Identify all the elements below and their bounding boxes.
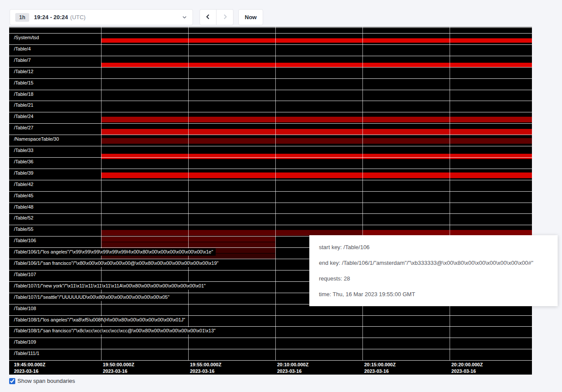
- heatmap-row-label: /Table/55: [9, 226, 36, 233]
- heatmap-row-label: /Table/106/1/"los angeles"/"\x99\x99\x99…: [9, 248, 216, 256]
- show-span-boundaries-label: Show span boundaries: [17, 378, 75, 384]
- span-boundary-line: [9, 146, 532, 146]
- tick-date: 2023-03-16: [14, 368, 45, 375]
- heatmap-row-label: /Table/12: [9, 68, 36, 75]
- chevron-right-icon: [222, 14, 228, 21]
- heatmap-activity-band[interactable]: [101, 129, 532, 135]
- heatmap-row-label: /Table/4: [9, 45, 34, 53]
- tick-date: 2023-03-16: [190, 368, 221, 375]
- chevron-left-icon: [205, 14, 211, 21]
- heatmap-row-label: /Table/24: [9, 113, 36, 120]
- heatmap-row-label: /Table/108: [9, 305, 39, 312]
- span-boundary-line: [9, 112, 532, 112]
- time-gridline: [101, 27, 102, 360]
- heatmap-row-label: /Table/7: [9, 57, 34, 64]
- now-button[interactable]: Now: [238, 9, 263, 25]
- span-boundary-line: [9, 67, 532, 68]
- heatmap-row-label: /Table/48: [9, 203, 36, 211]
- span-boundary-line: [9, 90, 532, 90]
- time-axis-tick: 20:15:00.000Z2023-03-16: [364, 362, 396, 375]
- heatmap-row-label: /Table/36: [9, 158, 36, 166]
- span-boundary-line: [9, 33, 532, 34]
- time-range-selector[interactable]: 1h 19:24 - 20:24 (UTC): [10, 9, 193, 25]
- tick-date: 2023-03-16: [364, 368, 396, 375]
- tick-time: 20:10:00.000Z: [277, 362, 308, 368]
- tick-time: 20:15:00.000Z: [364, 362, 396, 368]
- show-span-boundaries-checkbox[interactable]: [9, 378, 15, 384]
- time-gridline: [450, 27, 450, 360]
- heatmap-row-label: /Table/21: [9, 101, 36, 109]
- prev-range-button[interactable]: [200, 9, 217, 25]
- range-label: 19:24 - 20:24: [34, 14, 68, 20]
- span-boundary-line: [9, 349, 532, 349]
- span-boundary-line: [9, 56, 532, 56]
- heatmap-activity-band[interactable]: [101, 172, 532, 178]
- heatmap-row-label: /NamespaceTable/30: [9, 135, 61, 143]
- span-boundary-line: [9, 157, 532, 158]
- tick-time: 19:50:00.000Z: [103, 362, 134, 368]
- span-boundary-line: [9, 203, 532, 203]
- heatmap-row-label: /Table/45: [9, 192, 36, 199]
- heatmap-row-label: /Table/107/1/"new york"/"\x11\x11\x11\x1…: [9, 282, 208, 290]
- span-boundary-line: [9, 123, 532, 124]
- tick-date: 2023-03-16: [277, 368, 308, 375]
- next-range-button[interactable]: [217, 9, 234, 25]
- tick-time: 19:55:00.000Z: [190, 362, 221, 368]
- heatmap-row-label: /Table/107: [9, 271, 39, 278]
- span-boundary-line: [9, 78, 532, 79]
- heatmap-row-label: /Table/42: [9, 181, 36, 188]
- span-boundary-line: [9, 180, 532, 180]
- heatmap-row-label: /System/tsd: [9, 34, 41, 41]
- span-boundary-line: [9, 135, 532, 135]
- heatmap-row-label: /Table/106/1/"san francisco"/"\x80\x00\x…: [9, 260, 221, 267]
- hover-tooltip: start key: /Table/106 end key: /Table/10…: [309, 235, 558, 306]
- time-axis-tick: 19:45:00.000Z2023-03-16: [14, 362, 45, 375]
- key-visualizer-canvas[interactable]: /System/tsd/Table/4/Table/7/Table/12/Tab…: [9, 27, 532, 375]
- time-axis-tick: 19:50:00.000Z2023-03-16: [103, 362, 134, 375]
- range-timezone: (UTC): [70, 14, 85, 20]
- heatmap-row-label: /Table/109: [9, 338, 39, 346]
- heatmap-row-label: /Table/33: [9, 147, 36, 154]
- heatmap-row-label: /Table/108/1/"san francisco"/"\x8c\xcc\x…: [9, 327, 218, 335]
- time-axis-tick: 20:10:00.000Z2023-03-16: [277, 362, 308, 375]
- tooltip-end-key: end key: /Table/106/1/"amsterdam"/"\xb33…: [319, 260, 548, 266]
- span-boundary-line: [9, 326, 532, 327]
- heatmap-activity-band[interactable]: [101, 117, 532, 122]
- span-boundary-line: [9, 315, 532, 316]
- heatmap-row-label: /Table/18: [9, 91, 36, 98]
- span-boundary-line: [9, 225, 532, 225]
- tick-time: 19:45:00.000Z: [14, 362, 45, 368]
- range-pager: [200, 9, 234, 25]
- heatmap-row-label: /Table/108/1/"los angeles"/"\xa8\xf5\u00…: [9, 316, 188, 324]
- span-boundary-line: [9, 27, 532, 28]
- time-axis-tick: 20:20:00.000Z2023-03-16: [451, 362, 483, 375]
- span-boundary-line: [9, 169, 532, 169]
- toolbar: 1h 19:24 - 20:24 (UTC) Now: [10, 9, 263, 25]
- span-boundary-line: [9, 191, 532, 192]
- chevron-down-icon: [182, 14, 187, 20]
- heatmap-row-label: /Table/27: [9, 124, 36, 132]
- heatmap-row-label: /Table/106: [9, 237, 39, 244]
- span-boundary-line: [9, 360, 532, 361]
- heatmap-activity-band[interactable]: [101, 63, 532, 67]
- time-gridline: [275, 27, 276, 360]
- heatmap-row-label: /Table/39: [9, 169, 36, 177]
- heatmap-activity-band[interactable]: [101, 38, 532, 43]
- span-boundary-line: [9, 44, 532, 45]
- tooltip-start-key: start key: /Table/106: [319, 244, 548, 250]
- show-span-boundaries-control[interactable]: Show span boundaries: [9, 378, 75, 384]
- range-duration-badge: 1h: [15, 13, 29, 22]
- span-boundary-line: [9, 101, 532, 101]
- heatmap-activity-band[interactable]: [101, 154, 532, 159]
- span-boundary-line: [9, 213, 532, 214]
- heatmap-row-label: /Table/111/1: [9, 350, 42, 357]
- tooltip-time: time: Thu, 16 Mar 2023 19:55:00 GMT: [319, 291, 548, 297]
- heatmap-activity-band[interactable]: [101, 138, 532, 144]
- span-boundary-line: [9, 338, 532, 338]
- tick-date: 2023-03-16: [103, 368, 134, 375]
- time-gridline: [188, 27, 189, 360]
- heatmap-row-label: /Table/52: [9, 214, 36, 222]
- heatmap-row-label: /Table/107/1/"seattle"/"UUUUUUD\x00\x80\…: [9, 294, 172, 301]
- tooltip-requests: requests: 28: [319, 275, 548, 282]
- tick-time: 20:20:00.000Z: [451, 362, 483, 368]
